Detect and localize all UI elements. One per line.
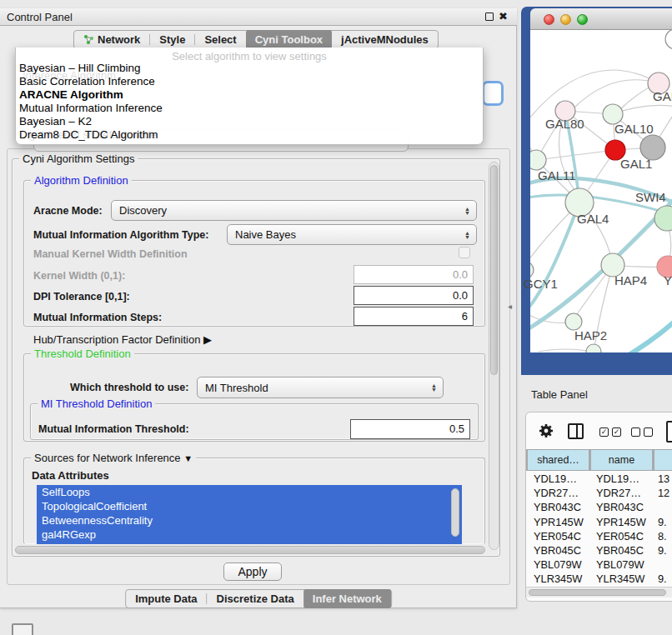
node-label: SWI4 <box>635 190 666 204</box>
node-label: GAL10 <box>614 122 654 136</box>
node-gcy1[interactable] <box>530 262 534 278</box>
table-panel-title: Table Panel <box>531 388 588 401</box>
close-traffic-light-icon[interactable] <box>544 14 554 25</box>
splitter-arrow-icon[interactable]: ◂ <box>508 302 512 311</box>
table-row[interactable]: YLR345WYLR345W9. <box>526 572 672 586</box>
algorithm-dropdown: Inference Algorithm gal-filtered sif def… <box>15 48 484 145</box>
group-title: MI Threshold Definition <box>38 398 155 410</box>
node-hap2[interactable] <box>565 313 582 330</box>
table-row[interactable]: YDL19…YDL19…13 <box>526 472 672 486</box>
table-row[interactable]: YER054CYER054C8. <box>526 529 672 543</box>
top-tab-bar: Network Style Select Cyni Toolbox jActiv… <box>73 30 439 49</box>
sources-group-title[interactable]: Sources for Network Inference ▼ <box>31 452 196 464</box>
table-horizontal-scrollbar[interactable] <box>526 587 672 598</box>
tab-style[interactable]: Style <box>150 31 194 48</box>
hub-definition-toggle[interactable]: Hub/Transcription Factor Definition ▶ <box>33 333 212 346</box>
minimize-traffic-light-icon[interactable] <box>560 14 571 25</box>
deselect-all-icon[interactable] <box>631 428 653 437</box>
tab-impute-data[interactable]: Impute Data <box>126 590 206 608</box>
manual-kernel-checkbox[interactable] <box>459 247 470 258</box>
tab-discretize-data[interactable]: Discretize Data <box>208 590 303 608</box>
data-attributes-list[interactable]: SelfLoops TopologicalCoefficient Between… <box>37 485 462 544</box>
network-icon <box>83 34 94 45</box>
network-edges <box>530 70 672 352</box>
close-icon[interactable]: ✖ <box>499 10 508 22</box>
table-row[interactable]: YDR27…YDR27…12 <box>526 486 672 500</box>
stepper-arrows-icon: ▲▼ <box>464 231 476 239</box>
mi-steps-field[interactable]: 6 <box>354 307 474 326</box>
node-label: GAL1 <box>620 157 652 171</box>
table-row[interactable]: YBR043CYBR043C <box>526 500 672 514</box>
table-row[interactable]: YBL079WYBL079W <box>526 558 672 572</box>
collapse-down-icon[interactable]: ▼ <box>183 453 193 463</box>
node[interactable] <box>586 344 601 352</box>
tab-network[interactable]: Network <box>74 31 149 48</box>
mi-type-select[interactable]: Naive Bayes ▲▼ <box>227 224 477 245</box>
gear-icon[interactable] <box>538 422 554 439</box>
table-row[interactable]: YBR045CYBR045C9. <box>526 543 672 558</box>
float-window-icon[interactable] <box>485 12 494 21</box>
settings-vertical-scrollbar[interactable] <box>489 162 499 550</box>
node[interactable] <box>665 30 672 49</box>
mi-threshold-field[interactable]: 0.5 <box>350 419 470 439</box>
attribute-item[interactable]: TopologicalCoefficient <box>37 499 462 513</box>
dropdown-item-selected[interactable]: ARACNE Algorithm <box>19 88 123 101</box>
attribute-item[interactable]: BetweennessCentrality <box>37 513 462 528</box>
table-row[interactable]: YPR145WYPR145W9. <box>526 515 672 529</box>
columns-icon[interactable] <box>568 423 584 439</box>
node-gal11[interactable] <box>530 150 546 170</box>
aracne-mode-label: Aracne Mode: <box>33 205 103 217</box>
network-window-titlebar[interactable] <box>530 8 672 30</box>
apply-button[interactable]: Apply <box>223 562 282 581</box>
tab-cyni-toolbox[interactable]: Cyni Toolbox <box>246 30 332 49</box>
which-threshold-select[interactable]: MI Threshold ▲▼ <box>197 377 444 398</box>
dropdown-item[interactable]: Bayesian – Hill Climbing <box>19 62 141 74</box>
column-header[interactable]: name <box>591 450 652 470</box>
document-icon[interactable] <box>666 421 672 442</box>
dpi-tolerance-label: DPI Tolerance [0,1]: <box>33 291 130 302</box>
column-header[interactable] <box>654 450 672 470</box>
attribute-item[interactable]: SelfLoops <box>37 485 462 499</box>
node-label: HAP4 <box>614 273 647 288</box>
tab-infer-network[interactable]: Infer Network <box>303 589 391 608</box>
dropdown-item[interactable]: Bayesian – K2 <box>19 115 92 128</box>
zoom-traffic-light-icon[interactable] <box>577 14 588 25</box>
scrollbar-thumb[interactable] <box>529 589 666 596</box>
mi-type-label: Mutual Information Algorithm Type: <box>33 229 208 241</box>
node-label: GAL <box>653 89 672 103</box>
dropdown-item[interactable]: Basic Correlation Inference <box>19 75 155 88</box>
dropdown-item[interactable]: Dream8 DC_TDC Algorithm <box>19 128 158 141</box>
stepper-arrows-icon: ▲▼ <box>464 207 476 215</box>
bottom-tab-bar: Impute Data Discretize Data Infer Networ… <box>125 589 392 608</box>
attribute-item[interactable]: gal4RGexp <box>37 528 462 542</box>
column-header[interactable]: shared… <box>528 450 589 470</box>
table-panel: ✓✓ shared… name YDL19…YDL19…13 YDR27…YDR… <box>525 412 672 602</box>
group-title: Threshold Definition <box>31 348 134 360</box>
mi-steps-label: Mutual Information Steps: <box>33 312 162 323</box>
node-label: GAL11 <box>538 168 576 182</box>
node-label: GAL4 <box>577 212 609 226</box>
select-all-icon[interactable]: ✓✓ <box>599 428 621 437</box>
node-label: GCY1 <box>524 277 558 291</box>
manual-kernel-label: Manual Kernel Width Definition <box>33 248 188 260</box>
expand-right-icon[interactable]: ▶ <box>203 333 212 346</box>
aracne-mode-select[interactable]: Discovery ▲▼ <box>111 200 477 221</box>
dock-panel-icon[interactable] <box>12 623 33 635</box>
tab-select[interactable]: Select <box>195 31 245 48</box>
scrollbar-thumb[interactable] <box>490 165 498 375</box>
dropdown-prompt: Select algorithm to view settings <box>16 50 483 62</box>
node-label: Y <box>664 273 672 288</box>
hidden-combo-focus-ring <box>482 81 504 106</box>
kernel-width-label: Kernel Width (0,1): <box>33 270 125 282</box>
dropdown-item[interactable]: Mutual Information Inference <box>19 102 163 114</box>
kernel-width-field[interactable]: 0.0 <box>354 265 474 284</box>
stepper-arrows-icon: ▲▼ <box>431 383 443 392</box>
tab-jactivemnodules[interactable]: jActiveMNodules <box>332 31 438 48</box>
screen: Control Panel ✖ Network Style Select Cyn… <box>0 0 672 635</box>
control-panel-title: Control Panel <box>7 11 73 23</box>
mi-threshold-label: Mutual Information Threshold: <box>38 423 189 435</box>
node-label: GAL80 <box>545 117 584 131</box>
list-scrollbar-thumb[interactable] <box>451 488 459 537</box>
dpi-tolerance-field[interactable]: 0.0 <box>354 286 474 305</box>
settings-horizontal-scrollbar[interactable] <box>15 546 485 554</box>
